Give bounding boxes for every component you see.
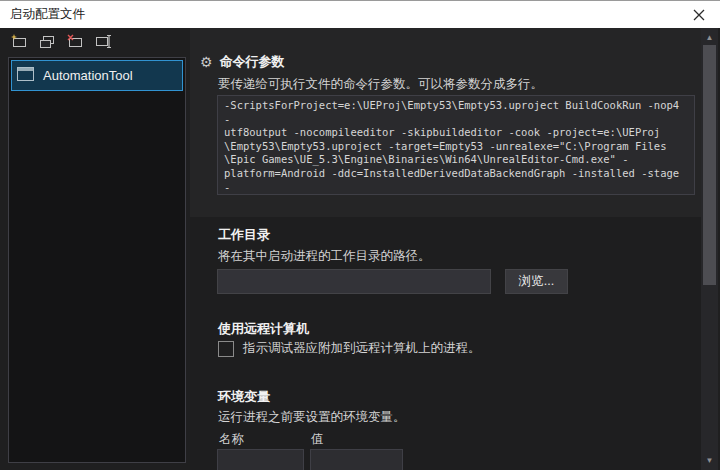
browse-button[interactable]: 浏览...	[505, 269, 568, 294]
duplicate-profile-button[interactable]	[38, 34, 56, 51]
remote-machine-title: 使用远程计算机	[218, 320, 309, 338]
scroll-down-icon[interactable]: ▼	[701, 453, 718, 467]
environment-description: 运行进程之前要设置的环境变量。	[218, 409, 406, 426]
environment-value-input[interactable]	[310, 449, 403, 470]
profile-item-automationtool[interactable]: AutomationTool	[11, 60, 183, 91]
dialog-titlebar: 启动配置文件	[0, 0, 720, 28]
new-profile-button[interactable]	[10, 34, 28, 51]
dialog-title: 启动配置文件	[10, 6, 85, 23]
duplicate-profile-icon	[38, 33, 56, 53]
environment-column-name: 名称	[219, 431, 244, 448]
rename-profile-icon	[94, 33, 112, 53]
close-button[interactable]	[688, 4, 710, 26]
delete-profile-button[interactable]	[66, 34, 84, 51]
browse-button-label: 浏览...	[519, 273, 554, 290]
content-scrollbar[interactable]: ▲ ▼	[701, 28, 718, 470]
command-line-header: ⚙ 命令行参数	[200, 53, 285, 71]
working-directory-description: 将在其中启动进程的工作目录的路径。	[218, 248, 431, 265]
gear-icon: ⚙	[200, 55, 213, 69]
dialog-body: AutomationTool ⚙ 命令行参数 要传递给可执行文件的命令行参数。可…	[0, 28, 720, 470]
command-line-title: 命令行参数	[220, 53, 285, 71]
command-line-description: 要传递给可执行文件的命令行参数。可以将参数分成多行。	[218, 76, 543, 93]
scroll-up-icon[interactable]: ▲	[701, 30, 718, 44]
remote-machine-row: 指示调试器应附加到远程计算机上的进程。	[218, 340, 481, 357]
command-line-textarea[interactable]: -ScriptsForProject=e:\UEProj\Empty53\Emp…	[217, 95, 695, 195]
section-command-line: ⚙ 命令行参数 要传递给可执行文件的命令行参数。可以将参数分成多行。 -Scri…	[190, 28, 701, 217]
environment-title: 环境变量	[218, 388, 270, 406]
remote-machine-checkbox[interactable]	[218, 341, 234, 357]
environment-name-input[interactable]	[217, 449, 304, 470]
remote-machine-checkbox-label: 指示调试器应附加到远程计算机上的进程。	[243, 340, 481, 357]
new-profile-icon	[10, 33, 28, 53]
profiles-toolbar	[10, 34, 112, 51]
close-icon	[693, 9, 705, 21]
working-directory-input[interactable]	[217, 269, 491, 294]
profiles-sidebar: AutomationTool	[0, 28, 190, 470]
scrollbar-thumb[interactable]	[703, 45, 716, 285]
rename-profile-button[interactable]	[94, 34, 112, 51]
profile-window-icon	[17, 67, 34, 84]
environment-column-value: 值	[311, 431, 324, 448]
working-directory-title: 工作目录	[218, 226, 270, 244]
settings-content: ⚙ 命令行参数 要传递给可执行文件的命令行参数。可以将参数分成多行。 -Scri…	[190, 28, 701, 470]
delete-profile-icon	[66, 33, 84, 53]
profile-item-label: AutomationTool	[43, 68, 133, 83]
profile-list: AutomationTool	[8, 57, 186, 463]
